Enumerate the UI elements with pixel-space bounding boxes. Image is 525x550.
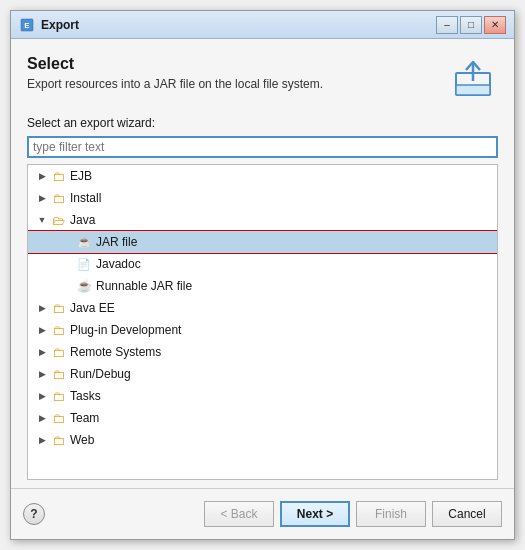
tree-item-install[interactable]: Install <box>28 187 497 209</box>
dialog-content: Select Export resources into a JAR file … <box>11 39 514 480</box>
remote-systems-folder-icon <box>50 345 66 359</box>
run-debug-label: Run/Debug <box>70 367 131 381</box>
tasks-arrow <box>36 390 48 402</box>
tasks-folder-icon <box>50 389 66 403</box>
dialog-title: Select <box>27 55 448 73</box>
java-ee-label: Java EE <box>70 301 115 315</box>
install-label: Install <box>70 191 101 205</box>
tree-item-tasks[interactable]: Tasks <box>28 385 497 407</box>
run-debug-folder-icon <box>50 367 66 381</box>
dialog-footer: ? < Back Next > Finish Cancel <box>11 489 514 539</box>
help-button[interactable]: ? <box>23 503 45 525</box>
next-button[interactable]: Next > <box>280 501 350 527</box>
runnable-jar-icon <box>76 279 92 293</box>
javadoc-icon <box>76 257 92 271</box>
web-label: Web <box>70 433 94 447</box>
web-arrow <box>36 434 48 446</box>
runnable-jar-label: Runnable JAR file <box>96 279 192 293</box>
install-folder-icon <box>50 191 66 205</box>
tree-item-plugin-dev[interactable]: Plug-in Development <box>28 319 497 341</box>
ejb-folder-icon <box>50 169 66 183</box>
header-section: Select Export resources into a JAR file … <box>27 55 498 100</box>
java-ee-arrow <box>36 302 48 314</box>
wizard-tree: EJB Install Java JAR file <box>27 164 498 480</box>
tree-item-team[interactable]: Team <box>28 407 497 429</box>
minimize-button[interactable]: – <box>436 16 458 34</box>
plugin-dev-label: Plug-in Development <box>70 323 181 337</box>
tasks-label: Tasks <box>70 389 101 403</box>
web-folder-icon <box>50 433 66 447</box>
dialog-description: Export resources into a JAR file on the … <box>27 77 448 91</box>
java-label: Java <box>70 213 95 227</box>
back-button[interactable]: < Back <box>204 501 274 527</box>
team-arrow <box>36 412 48 424</box>
tree-item-run-debug[interactable]: Run/Debug <box>28 363 497 385</box>
java-folder-icon <box>50 213 66 227</box>
tree-item-java[interactable]: Java <box>28 209 497 231</box>
cancel-button[interactable]: Cancel <box>432 501 502 527</box>
footer-left: ? <box>23 503 45 525</box>
tree-item-runnable-jar[interactable]: Runnable JAR file <box>28 275 497 297</box>
window-controls: – □ ✕ <box>436 16 506 34</box>
install-arrow <box>36 192 48 204</box>
jar-file-icon <box>76 235 92 249</box>
jar-file-label: JAR file <box>96 235 137 249</box>
export-icon <box>452 57 494 99</box>
footer-buttons: < Back Next > Finish Cancel <box>204 501 502 527</box>
ejb-label: EJB <box>70 169 92 183</box>
finish-button[interactable]: Finish <box>356 501 426 527</box>
ejb-arrow <box>36 170 48 182</box>
close-button[interactable]: ✕ <box>484 16 506 34</box>
export-dialog: E Export – □ ✕ Select Export resources i… <box>10 10 515 540</box>
javadoc-label: Javadoc <box>96 257 141 271</box>
maximize-button[interactable]: □ <box>460 16 482 34</box>
tree-item-web[interactable]: Web <box>28 429 497 451</box>
remote-systems-label: Remote Systems <box>70 345 161 359</box>
run-debug-arrow <box>36 368 48 380</box>
svg-text:E: E <box>24 21 30 30</box>
tree-item-remote-systems[interactable]: Remote Systems <box>28 341 497 363</box>
team-folder-icon <box>50 411 66 425</box>
header-text: Select Export resources into a JAR file … <box>27 55 448 91</box>
tree-item-ejb[interactable]: EJB <box>28 165 497 187</box>
tree-item-jar-file[interactable]: JAR file <box>28 231 497 253</box>
window-title: Export <box>41 18 436 32</box>
filter-input[interactable] <box>27 136 498 158</box>
team-label: Team <box>70 411 99 425</box>
tree-item-java-ee[interactable]: Java EE <box>28 297 497 319</box>
header-icon-area <box>448 55 498 100</box>
java-arrow <box>36 214 48 226</box>
tree-item-javadoc[interactable]: Javadoc <box>28 253 497 275</box>
window-icon: E <box>19 17 35 33</box>
remote-systems-arrow <box>36 346 48 358</box>
wizard-label: Select an export wizard: <box>27 116 498 130</box>
plugin-dev-folder-icon <box>50 323 66 337</box>
plugin-dev-arrow <box>36 324 48 336</box>
title-bar: E Export – □ ✕ <box>11 11 514 39</box>
java-ee-folder-icon <box>50 301 66 315</box>
svg-rect-3 <box>456 85 490 95</box>
